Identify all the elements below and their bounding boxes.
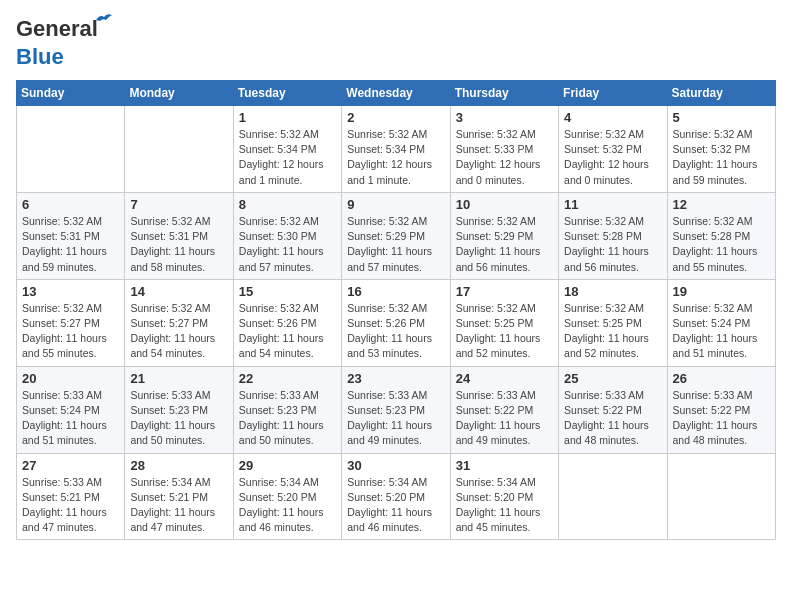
weekday-header: Sunday <box>17 81 125 106</box>
calendar-cell: 27Sunrise: 5:33 AMSunset: 5:21 PMDayligh… <box>17 453 125 540</box>
day-info: Sunrise: 5:34 AMSunset: 5:20 PMDaylight:… <box>239 475 336 536</box>
day-info: Sunrise: 5:32 AMSunset: 5:25 PMDaylight:… <box>456 301 553 362</box>
day-number: 14 <box>130 284 227 299</box>
day-info: Sunrise: 5:32 AMSunset: 5:33 PMDaylight:… <box>456 127 553 188</box>
day-info: Sunrise: 5:32 AMSunset: 5:31 PMDaylight:… <box>22 214 119 275</box>
calendar-cell: 4Sunrise: 5:32 AMSunset: 5:32 PMDaylight… <box>559 106 667 193</box>
weekday-header: Friday <box>559 81 667 106</box>
calendar-cell: 28Sunrise: 5:34 AMSunset: 5:21 PMDayligh… <box>125 453 233 540</box>
day-info: Sunrise: 5:33 AMSunset: 5:23 PMDaylight:… <box>347 388 444 449</box>
calendar-cell: 9Sunrise: 5:32 AMSunset: 5:29 PMDaylight… <box>342 192 450 279</box>
day-info: Sunrise: 5:32 AMSunset: 5:30 PMDaylight:… <box>239 214 336 275</box>
day-info: Sunrise: 5:32 AMSunset: 5:26 PMDaylight:… <box>347 301 444 362</box>
day-number: 13 <box>22 284 119 299</box>
calendar-cell: 21Sunrise: 5:33 AMSunset: 5:23 PMDayligh… <box>125 366 233 453</box>
logo-bird-icon <box>94 12 112 26</box>
day-number: 3 <box>456 110 553 125</box>
calendar-cell: 12Sunrise: 5:32 AMSunset: 5:28 PMDayligh… <box>667 192 775 279</box>
day-info: Sunrise: 5:32 AMSunset: 5:29 PMDaylight:… <box>347 214 444 275</box>
day-number: 24 <box>456 371 553 386</box>
day-info: Sunrise: 5:33 AMSunset: 5:23 PMDaylight:… <box>130 388 227 449</box>
day-number: 7 <box>130 197 227 212</box>
day-number: 1 <box>239 110 336 125</box>
calendar-cell: 24Sunrise: 5:33 AMSunset: 5:22 PMDayligh… <box>450 366 558 453</box>
day-info: Sunrise: 5:32 AMSunset: 5:26 PMDaylight:… <box>239 301 336 362</box>
day-info: Sunrise: 5:33 AMSunset: 5:22 PMDaylight:… <box>564 388 661 449</box>
day-number: 16 <box>347 284 444 299</box>
day-info: Sunrise: 5:33 AMSunset: 5:21 PMDaylight:… <box>22 475 119 536</box>
calendar-cell: 6Sunrise: 5:32 AMSunset: 5:31 PMDaylight… <box>17 192 125 279</box>
day-info: Sunrise: 5:33 AMSunset: 5:22 PMDaylight:… <box>456 388 553 449</box>
day-number: 30 <box>347 458 444 473</box>
calendar-cell: 10Sunrise: 5:32 AMSunset: 5:29 PMDayligh… <box>450 192 558 279</box>
weekday-header: Wednesday <box>342 81 450 106</box>
day-info: Sunrise: 5:32 AMSunset: 5:25 PMDaylight:… <box>564 301 661 362</box>
weekday-header: Thursday <box>450 81 558 106</box>
calendar-week-row: 1Sunrise: 5:32 AMSunset: 5:34 PMDaylight… <box>17 106 776 193</box>
calendar-cell: 11Sunrise: 5:32 AMSunset: 5:28 PMDayligh… <box>559 192 667 279</box>
calendar-cell: 15Sunrise: 5:32 AMSunset: 5:26 PMDayligh… <box>233 279 341 366</box>
day-info: Sunrise: 5:32 AMSunset: 5:28 PMDaylight:… <box>673 214 770 275</box>
day-number: 9 <box>347 197 444 212</box>
day-info: Sunrise: 5:32 AMSunset: 5:24 PMDaylight:… <box>673 301 770 362</box>
day-info: Sunrise: 5:33 AMSunset: 5:23 PMDaylight:… <box>239 388 336 449</box>
calendar-cell: 7Sunrise: 5:32 AMSunset: 5:31 PMDaylight… <box>125 192 233 279</box>
day-info: Sunrise: 5:33 AMSunset: 5:24 PMDaylight:… <box>22 388 119 449</box>
day-info: Sunrise: 5:32 AMSunset: 5:34 PMDaylight:… <box>347 127 444 188</box>
calendar-week-row: 27Sunrise: 5:33 AMSunset: 5:21 PMDayligh… <box>17 453 776 540</box>
day-number: 5 <box>673 110 770 125</box>
day-info: Sunrise: 5:32 AMSunset: 5:28 PMDaylight:… <box>564 214 661 275</box>
calendar-cell: 18Sunrise: 5:32 AMSunset: 5:25 PMDayligh… <box>559 279 667 366</box>
calendar-week-row: 20Sunrise: 5:33 AMSunset: 5:24 PMDayligh… <box>17 366 776 453</box>
calendar-cell: 31Sunrise: 5:34 AMSunset: 5:20 PMDayligh… <box>450 453 558 540</box>
page-header: General Blue <box>16 16 776 70</box>
calendar-cell: 19Sunrise: 5:32 AMSunset: 5:24 PMDayligh… <box>667 279 775 366</box>
day-number: 11 <box>564 197 661 212</box>
day-number: 8 <box>239 197 336 212</box>
calendar-cell: 5Sunrise: 5:32 AMSunset: 5:32 PMDaylight… <box>667 106 775 193</box>
calendar-cell <box>17 106 125 193</box>
calendar-week-row: 13Sunrise: 5:32 AMSunset: 5:27 PMDayligh… <box>17 279 776 366</box>
calendar-cell: 14Sunrise: 5:32 AMSunset: 5:27 PMDayligh… <box>125 279 233 366</box>
calendar-cell: 23Sunrise: 5:33 AMSunset: 5:23 PMDayligh… <box>342 366 450 453</box>
day-info: Sunrise: 5:32 AMSunset: 5:27 PMDaylight:… <box>130 301 227 362</box>
day-number: 21 <box>130 371 227 386</box>
calendar-cell: 3Sunrise: 5:32 AMSunset: 5:33 PMDaylight… <box>450 106 558 193</box>
day-number: 29 <box>239 458 336 473</box>
day-info: Sunrise: 5:32 AMSunset: 5:29 PMDaylight:… <box>456 214 553 275</box>
day-number: 31 <box>456 458 553 473</box>
weekday-header: Saturday <box>667 81 775 106</box>
calendar-table: SundayMondayTuesdayWednesdayThursdayFrid… <box>16 80 776 540</box>
day-number: 19 <box>673 284 770 299</box>
day-number: 6 <box>22 197 119 212</box>
day-info: Sunrise: 5:32 AMSunset: 5:32 PMDaylight:… <box>673 127 770 188</box>
logo-blue: Blue <box>16 44 64 70</box>
day-info: Sunrise: 5:32 AMSunset: 5:34 PMDaylight:… <box>239 127 336 188</box>
day-info: Sunrise: 5:34 AMSunset: 5:21 PMDaylight:… <box>130 475 227 536</box>
calendar-cell: 1Sunrise: 5:32 AMSunset: 5:34 PMDaylight… <box>233 106 341 193</box>
day-number: 10 <box>456 197 553 212</box>
calendar-cell: 13Sunrise: 5:32 AMSunset: 5:27 PMDayligh… <box>17 279 125 366</box>
logo-general: General <box>16 16 98 41</box>
calendar-cell: 26Sunrise: 5:33 AMSunset: 5:22 PMDayligh… <box>667 366 775 453</box>
day-number: 28 <box>130 458 227 473</box>
calendar-cell: 2Sunrise: 5:32 AMSunset: 5:34 PMDaylight… <box>342 106 450 193</box>
calendar-cell: 25Sunrise: 5:33 AMSunset: 5:22 PMDayligh… <box>559 366 667 453</box>
weekday-header: Tuesday <box>233 81 341 106</box>
calendar-header-row: SundayMondayTuesdayWednesdayThursdayFrid… <box>17 81 776 106</box>
weekday-header: Monday <box>125 81 233 106</box>
day-number: 2 <box>347 110 444 125</box>
day-info: Sunrise: 5:32 AMSunset: 5:27 PMDaylight:… <box>22 301 119 362</box>
day-info: Sunrise: 5:34 AMSunset: 5:20 PMDaylight:… <box>456 475 553 536</box>
day-number: 12 <box>673 197 770 212</box>
day-info: Sunrise: 5:32 AMSunset: 5:32 PMDaylight:… <box>564 127 661 188</box>
calendar-cell: 20Sunrise: 5:33 AMSunset: 5:24 PMDayligh… <box>17 366 125 453</box>
day-number: 15 <box>239 284 336 299</box>
calendar-cell: 8Sunrise: 5:32 AMSunset: 5:30 PMDaylight… <box>233 192 341 279</box>
calendar-cell <box>667 453 775 540</box>
day-number: 22 <box>239 371 336 386</box>
day-number: 17 <box>456 284 553 299</box>
calendar-cell: 30Sunrise: 5:34 AMSunset: 5:20 PMDayligh… <box>342 453 450 540</box>
day-number: 20 <box>22 371 119 386</box>
calendar-cell <box>125 106 233 193</box>
